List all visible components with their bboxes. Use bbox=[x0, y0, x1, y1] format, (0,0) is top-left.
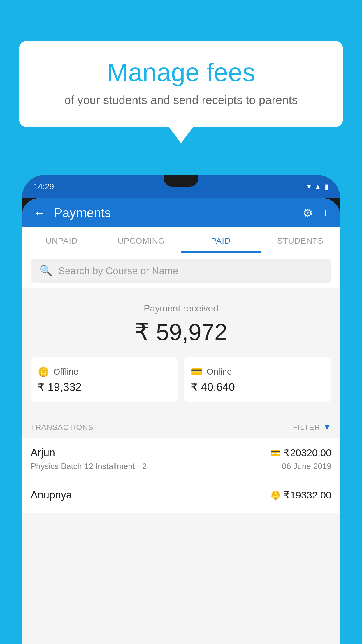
phone-inner: ← Payments ⚙ + UNPAID UPCOMING PAID STUD… bbox=[22, 198, 340, 644]
transaction-top: Anupriya 🪙 ₹19332.00 bbox=[31, 489, 331, 501]
offline-amount: ₹ 19,332 bbox=[38, 381, 171, 393]
offline-card-header: 🪙 Offline bbox=[38, 366, 171, 377]
payment-summary: Payment received ₹ 59,972 🪙 Offline ₹ 19… bbox=[22, 288, 340, 414]
phone-frame: 14:29 ▾ ▲ ▮ ← Payments ⚙ + UNPAID UPCOMI… bbox=[22, 175, 340, 644]
speech-bubble: Manage fees of your students and send re… bbox=[19, 41, 343, 127]
bubble-subtitle: of your students and send receipts to pa… bbox=[34, 94, 328, 107]
transaction-cash-icon: 🪙 bbox=[270, 490, 281, 500]
transaction-top: Arjun 💳 ₹20320.00 bbox=[31, 447, 331, 459]
online-label: Online bbox=[207, 367, 232, 377]
add-button[interactable]: + bbox=[322, 206, 328, 220]
search-icon: 🔍 bbox=[39, 265, 52, 277]
online-card: 💳 Online ₹ 40,640 bbox=[184, 357, 331, 402]
speech-bubble-container: Manage fees of your students and send re… bbox=[19, 41, 343, 127]
online-icon: 💳 bbox=[191, 366, 203, 377]
tab-students[interactable]: STUDENTS bbox=[261, 228, 340, 253]
filter-button[interactable]: FILTER ▼ bbox=[293, 423, 331, 432]
status-time: 14:29 bbox=[34, 182, 54, 191]
phone-notch bbox=[164, 175, 198, 187]
header-title: Payments bbox=[54, 206, 303, 220]
back-button[interactable]: ← bbox=[34, 206, 45, 220]
payment-received-label: Payment received bbox=[31, 303, 331, 314]
payment-total-amount: ₹ 59,972 bbox=[31, 318, 331, 346]
bubble-title: Manage fees bbox=[34, 58, 328, 87]
transaction-name: Arjun bbox=[31, 447, 55, 459]
app-header: ← Payments ⚙ + bbox=[22, 198, 340, 228]
transactions-label: TRANSACTIONS bbox=[31, 423, 94, 432]
search-input[interactable]: Search by Course or Name bbox=[58, 265, 178, 276]
online-amount: ₹ 40,640 bbox=[191, 381, 324, 393]
transactions-header: TRANSACTIONS FILTER ▼ bbox=[22, 414, 340, 438]
offline-label: Offline bbox=[53, 367, 78, 377]
transaction-description: Physics Batch 12 Installment - 2 bbox=[31, 462, 147, 471]
battery-icon: ▮ bbox=[325, 183, 328, 191]
search-container: 🔍 Search by Course or Name bbox=[22, 253, 340, 288]
transaction-date: 06 June 2019 bbox=[282, 462, 331, 471]
status-bar: 14:29 ▾ ▲ ▮ bbox=[22, 175, 340, 198]
transaction-row[interactable]: Anupriya 🪙 ₹19332.00 bbox=[22, 480, 340, 513]
transaction-amount-wrap: 🪙 ₹19332.00 bbox=[270, 489, 331, 501]
settings-button[interactable]: ⚙ bbox=[303, 206, 313, 220]
transaction-amount: ₹20320.00 bbox=[284, 447, 331, 459]
payment-cards: 🪙 Offline ₹ 19,332 💳 Online ₹ 40,640 bbox=[31, 357, 331, 402]
transaction-amount-wrap: 💳 ₹20320.00 bbox=[270, 447, 331, 459]
tab-upcoming[interactable]: UPCOMING bbox=[101, 228, 181, 253]
transaction-bottom: Physics Batch 12 Installment - 2 06 June… bbox=[31, 462, 331, 471]
transaction-amount: ₹19332.00 bbox=[284, 489, 331, 501]
header-actions: ⚙ + bbox=[303, 206, 328, 220]
tab-unpaid[interactable]: UNPAID bbox=[22, 228, 101, 253]
transaction-name: Anupriya bbox=[31, 489, 72, 501]
filter-icon: ▼ bbox=[323, 423, 331, 432]
tabs-bar: UNPAID UPCOMING PAID STUDENTS bbox=[22, 228, 340, 253]
offline-icon: 🪙 bbox=[38, 366, 49, 377]
transaction-card-icon: 💳 bbox=[270, 448, 281, 458]
online-card-header: 💳 Online bbox=[191, 366, 324, 377]
signal-icon: ▲ bbox=[314, 183, 321, 191]
offline-card: 🪙 Offline ₹ 19,332 bbox=[31, 357, 178, 402]
transaction-row[interactable]: Arjun 💳 ₹20320.00 Physics Batch 12 Insta… bbox=[22, 438, 340, 480]
search-bar[interactable]: 🔍 Search by Course or Name bbox=[31, 259, 331, 283]
status-icons: ▾ ▲ ▮ bbox=[307, 183, 328, 191]
filter-label: FILTER bbox=[293, 423, 320, 432]
tab-paid[interactable]: PAID bbox=[181, 228, 261, 253]
wifi-icon: ▾ bbox=[307, 183, 311, 191]
